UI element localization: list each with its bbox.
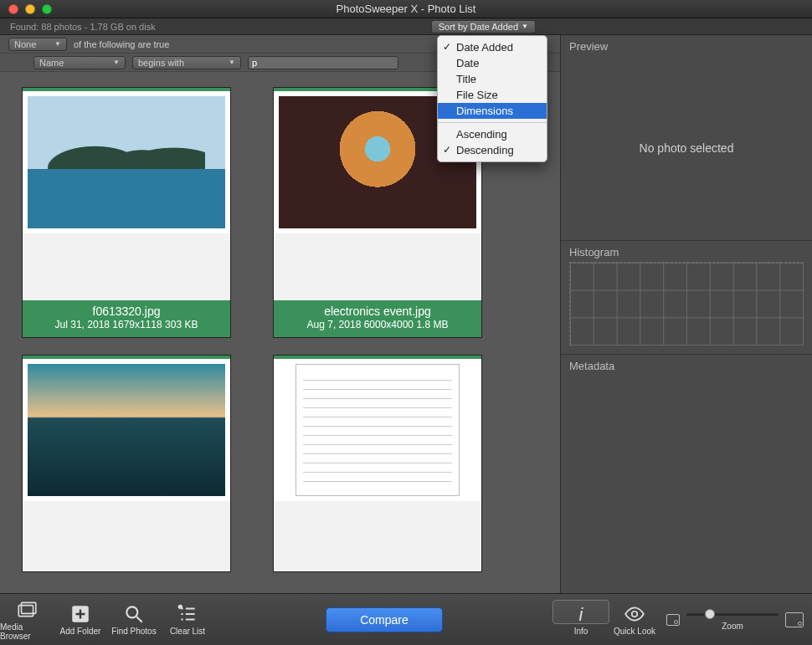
svg-point-3 bbox=[126, 607, 137, 617]
filter-op-label: begins with bbox=[138, 58, 184, 68]
inspector-pane: Preview No photo selected Histogram Meta… bbox=[561, 35, 812, 593]
svg-point-6 bbox=[632, 612, 638, 617]
window-title: PhotoSweeper X - Photo List bbox=[0, 3, 812, 15]
sort-menu-item[interactable]: Ascending bbox=[438, 126, 547, 142]
bottom-toolbar: Media Browser Add Folder Find Photos Cle… bbox=[0, 593, 812, 645]
photo-filename: f0613320.jpg bbox=[24, 304, 229, 319]
chevron-down-icon: ▼ bbox=[229, 59, 235, 66]
photo-card[interactable] bbox=[273, 355, 482, 572]
histogram-box bbox=[569, 262, 804, 346]
photo-filename: electronics event.jpg bbox=[275, 304, 480, 319]
zoom-max-icon bbox=[785, 612, 804, 627]
sort-dropdown-button[interactable]: Sort by Date Added ▼ bbox=[431, 20, 536, 33]
window-close-button[interactable] bbox=[8, 4, 18, 14]
quick-look-button[interactable]: Quick Look bbox=[608, 603, 661, 636]
photo-thumbnail bbox=[28, 364, 225, 496]
toolbar-label: Quick Look bbox=[614, 627, 655, 636]
sort-menu-item[interactable]: Title bbox=[438, 71, 547, 87]
search-icon bbox=[123, 603, 145, 625]
toolbar-label: Media Browser bbox=[0, 622, 54, 641]
filter-field-dropdown[interactable]: Name ▼ bbox=[33, 56, 126, 69]
filter-scope-dropdown[interactable]: None ▼ bbox=[8, 38, 67, 51]
photo-card[interactable]: f0613320.jpg Jul 31, 2018 1679x1118 303 … bbox=[22, 87, 231, 338]
titlebar: PhotoSweeper X - Photo List bbox=[0, 0, 812, 18]
filter-field-label: Name bbox=[39, 58, 64, 68]
zoom-min-icon bbox=[666, 614, 680, 626]
info-button[interactable]: i Info bbox=[554, 603, 608, 636]
photos-stack-icon bbox=[16, 599, 38, 621]
chevron-down-icon: ▼ bbox=[522, 23, 528, 30]
status-text: Found: 88 photos - 1.78 GB on disk bbox=[10, 22, 431, 32]
toolbar-label: Clear List bbox=[170, 627, 205, 636]
sort-menu[interactable]: Date AddedDateTitleFile SizeDimensionsAs… bbox=[437, 35, 547, 162]
svg-text:i: i bbox=[579, 604, 584, 625]
toolbar-label: Add Folder bbox=[60, 627, 101, 636]
sort-menu-item[interactable]: Date Added bbox=[438, 39, 547, 55]
metadata-section-title: Metadata bbox=[561, 355, 812, 376]
window-minimize-button[interactable] bbox=[25, 4, 35, 14]
find-photos-button[interactable]: Find Photos bbox=[107, 603, 161, 636]
info-icon: i bbox=[570, 603, 592, 625]
sort-menu-item[interactable]: File Size bbox=[438, 87, 547, 103]
clear-list-button[interactable]: Clear List bbox=[161, 603, 214, 636]
media-browser-button[interactable]: Media Browser bbox=[0, 599, 54, 641]
zoom-slider[interactable] bbox=[686, 608, 779, 620]
sort-dropdown-label: Sort by Date Added bbox=[439, 22, 518, 32]
photo-meta: Jul 31, 2018 1679x1118 303 KB bbox=[24, 319, 229, 332]
filter-value-input[interactable] bbox=[248, 56, 398, 69]
preview-section-title: Preview bbox=[561, 35, 812, 56]
histogram-section-title: Histogram bbox=[561, 241, 812, 262]
preview-empty-text: No photo selected bbox=[561, 56, 812, 240]
plus-square-icon bbox=[69, 603, 91, 625]
add-folder-button[interactable]: Add Folder bbox=[54, 603, 107, 636]
sort-menu-item[interactable]: Date bbox=[438, 55, 547, 71]
toolbar-label: Find Photos bbox=[111, 627, 156, 636]
svg-point-4 bbox=[178, 605, 182, 609]
photo-card[interactable] bbox=[22, 355, 231, 572]
sort-menu-item[interactable]: Dimensions bbox=[438, 103, 547, 119]
toolbar-label: Info bbox=[574, 627, 588, 636]
filter-scope-tail: of the following are true bbox=[74, 39, 169, 49]
status-bar: Found: 88 photos - 1.78 GB on disk Sort … bbox=[0, 18, 812, 35]
photo-thumbnail bbox=[296, 364, 460, 496]
chevron-down-icon: ▼ bbox=[113, 59, 120, 66]
clear-list-icon bbox=[177, 603, 198, 625]
toolbar-label: Zoom bbox=[722, 622, 743, 631]
sort-menu-item[interactable]: Descending bbox=[438, 142, 547, 158]
chevron-down-icon: ▼ bbox=[54, 40, 61, 48]
filter-scope-label: None bbox=[14, 39, 36, 49]
compare-button[interactable]: Compare bbox=[326, 607, 443, 632]
window-zoom-button[interactable] bbox=[42, 4, 52, 14]
photo-thumbnail bbox=[28, 96, 225, 228]
filter-op-dropdown[interactable]: begins with ▼ bbox=[132, 56, 241, 69]
photo-meta: Aug 7, 2018 6000x4000 1.8 MB bbox=[275, 319, 480, 332]
eye-icon bbox=[624, 603, 645, 625]
